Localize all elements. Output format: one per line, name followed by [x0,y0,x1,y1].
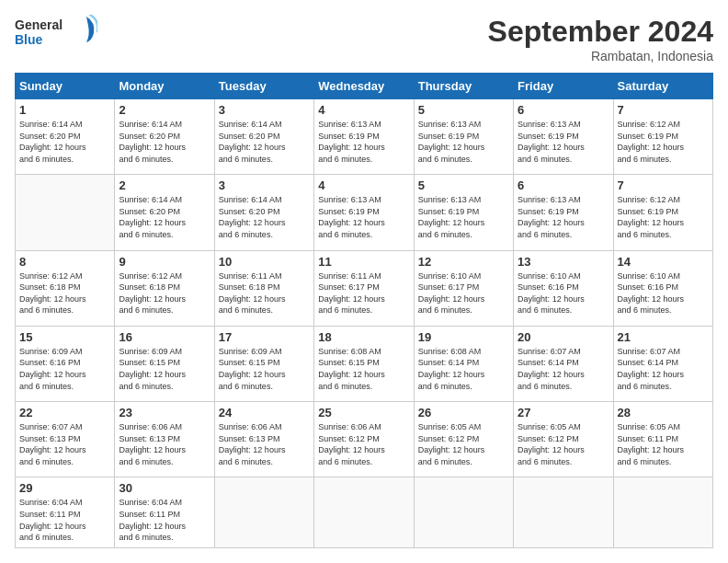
page: General Blue September 2024 Rambatan, In… [0,0,728,563]
day-number: 25 [318,406,409,419]
day-info: Sunrise: 6:14 AMSunset: 6:20 PMDaylight:… [19,120,86,164]
day-number: 6 [518,178,609,192]
col-friday: Friday [514,74,613,99]
calendar-cell: 4Sunrise: 6:13 AMSunset: 6:19 PMDaylight… [314,175,414,250]
day-info: Sunrise: 6:09 AMSunset: 6:16 PMDaylight:… [19,347,86,391]
calendar-cell: 18Sunrise: 6:08 AMSunset: 6:15 PMDayligh… [314,326,414,401]
calendar-cell [214,477,313,548]
day-number: 15 [19,330,110,344]
calendar-cell: 2Sunrise: 6:14 AMSunset: 6:20 PMDaylight… [115,99,214,175]
day-number: 24 [219,406,310,419]
day-info: Sunrise: 6:09 AMSunset: 6:15 PMDaylight:… [119,347,186,391]
calendar-cell: 10Sunrise: 6:11 AMSunset: 6:18 PMDayligh… [214,250,313,326]
day-info: Sunrise: 6:08 AMSunset: 6:15 PMDaylight:… [318,347,385,391]
day-number: 17 [219,330,310,344]
day-info: Sunrise: 6:09 AMSunset: 6:15 PMDaylight:… [219,347,286,391]
day-info: Sunrise: 6:06 AMSunset: 6:13 PMDaylight:… [219,422,286,466]
day-number: 9 [119,255,210,269]
day-number: 3 [219,178,310,192]
day-number: 12 [418,255,509,269]
calendar-cell: 15Sunrise: 6:09 AMSunset: 6:16 PMDayligh… [16,326,115,401]
calendar-cell: 28Sunrise: 6:05 AMSunset: 6:11 PMDayligh… [613,402,712,477]
calendar-cell: 30Sunrise: 6:04 AMSunset: 6:11 PMDayligh… [115,477,214,548]
day-number: 6 [518,103,609,117]
day-number: 8 [19,255,110,269]
day-info: Sunrise: 6:13 AMSunset: 6:19 PMDaylight:… [418,120,485,164]
day-info: Sunrise: 6:05 AMSunset: 6:11 PMDaylight:… [618,422,685,466]
day-info: Sunrise: 6:11 AMSunset: 6:18 PMDaylight:… [219,271,286,316]
calendar-cell [514,477,613,548]
calendar-cell: 29Sunrise: 6:04 AMSunset: 6:11 PMDayligh… [16,477,115,548]
week-row-4: 22Sunrise: 6:07 AMSunset: 6:13 PMDayligh… [16,402,713,477]
calendar-cell: 2Sunrise: 6:14 AMSunset: 6:20 PMDaylight… [115,175,214,250]
day-info: Sunrise: 6:13 AMSunset: 6:19 PMDaylight:… [318,120,385,164]
day-info: Sunrise: 6:12 AMSunset: 6:19 PMDaylight:… [618,120,685,164]
day-number: 20 [518,330,609,344]
day-info: Sunrise: 6:14 AMSunset: 6:20 PMDaylight:… [219,195,286,239]
calendar-cell: 27Sunrise: 6:05 AMSunset: 6:12 PMDayligh… [514,402,613,477]
col-wednesday: Wednesday [314,74,414,99]
header: General Blue September 2024 Rambatan, In… [15,15,713,63]
day-number: 5 [418,178,509,192]
calendar-cell: 21Sunrise: 6:07 AMSunset: 6:14 PMDayligh… [613,326,712,401]
day-info: Sunrise: 6:07 AMSunset: 6:13 PMDaylight:… [19,422,86,466]
day-number: 7 [618,103,709,117]
day-info: Sunrise: 6:13 AMSunset: 6:19 PMDaylight:… [418,195,485,239]
day-info: Sunrise: 6:12 AMSunset: 6:18 PMDaylight:… [119,271,186,316]
calendar-cell: 22Sunrise: 6:07 AMSunset: 6:13 PMDayligh… [16,402,115,477]
col-monday: Monday [115,74,214,99]
calendar-cell: 20Sunrise: 6:07 AMSunset: 6:14 PMDayligh… [514,326,613,401]
day-info: Sunrise: 6:12 AMSunset: 6:19 PMDaylight:… [618,195,685,239]
calendar-cell: 24Sunrise: 6:06 AMSunset: 6:13 PMDayligh… [214,402,313,477]
day-number: 7 [618,178,709,192]
day-number: 26 [418,406,509,419]
calendar-cell: 11Sunrise: 6:11 AMSunset: 6:17 PMDayligh… [314,250,414,326]
week-row-3: 15Sunrise: 6:09 AMSunset: 6:16 PMDayligh… [16,326,713,401]
day-info: Sunrise: 6:11 AMSunset: 6:17 PMDaylight:… [318,271,385,316]
header-row: Sunday Monday Tuesday Wednesday Thursday… [16,74,713,99]
calendar: Sunday Monday Tuesday Wednesday Thursday… [15,73,713,548]
day-info: Sunrise: 6:04 AMSunset: 6:11 PMDaylight:… [19,498,86,542]
week-row-1: 2Sunrise: 6:14 AMSunset: 6:20 PMDaylight… [16,175,713,250]
calendar-cell: 4Sunrise: 6:13 AMSunset: 6:19 PMDaylight… [314,99,414,175]
week-row-5: 29Sunrise: 6:04 AMSunset: 6:11 PMDayligh… [16,477,713,548]
day-info: Sunrise: 6:06 AMSunset: 6:12 PMDaylight:… [318,422,385,466]
day-info: Sunrise: 6:04 AMSunset: 6:11 PMDaylight:… [119,498,186,542]
day-number: 3 [219,103,310,117]
col-tuesday: Tuesday [214,74,313,99]
day-info: Sunrise: 6:14 AMSunset: 6:20 PMDaylight:… [219,120,286,164]
calendar-cell: 6Sunrise: 6:13 AMSunset: 6:19 PMDaylight… [514,99,613,175]
day-info: Sunrise: 6:13 AMSunset: 6:19 PMDaylight:… [318,195,385,239]
day-number: 14 [618,255,709,269]
calendar-cell: 19Sunrise: 6:08 AMSunset: 6:14 PMDayligh… [414,326,513,401]
calendar-cell: 6Sunrise: 6:13 AMSunset: 6:19 PMDaylight… [514,175,613,250]
calendar-cell: 5Sunrise: 6:13 AMSunset: 6:19 PMDaylight… [414,175,513,250]
calendar-cell: 12Sunrise: 6:10 AMSunset: 6:17 PMDayligh… [414,250,513,326]
calendar-cell: 26Sunrise: 6:05 AMSunset: 6:12 PMDayligh… [414,402,513,477]
calendar-cell [16,175,115,250]
day-number: 16 [119,330,210,344]
calendar-cell: 17Sunrise: 6:09 AMSunset: 6:15 PMDayligh… [214,326,313,401]
day-number: 23 [119,406,210,419]
title-area: September 2024 Rambatan, Indonesia [488,15,713,63]
day-info: Sunrise: 6:07 AMSunset: 6:14 PMDaylight:… [518,347,585,391]
day-number: 21 [618,330,709,344]
day-number: 27 [518,406,609,419]
calendar-cell: 1Sunrise: 6:14 AMSunset: 6:20 PMDaylight… [16,99,115,175]
logo: General Blue [15,15,97,52]
week-row-0: 1Sunrise: 6:14 AMSunset: 6:20 PMDaylight… [16,99,713,175]
calendar-cell: 25Sunrise: 6:06 AMSunset: 6:12 PMDayligh… [314,402,414,477]
day-number: 13 [518,255,609,269]
calendar-cell: 16Sunrise: 6:09 AMSunset: 6:15 PMDayligh… [115,326,214,401]
day-info: Sunrise: 6:10 AMSunset: 6:16 PMDaylight:… [518,271,585,316]
calendar-cell: 3Sunrise: 6:14 AMSunset: 6:20 PMDaylight… [214,175,313,250]
col-saturday: Saturday [613,74,712,99]
day-info: Sunrise: 6:06 AMSunset: 6:13 PMDaylight:… [119,422,186,466]
calendar-cell [613,477,712,548]
day-number: 11 [318,255,409,269]
day-number: 2 [119,103,210,117]
col-sunday: Sunday [16,74,115,99]
col-thursday: Thursday [414,74,513,99]
calendar-cell: 3Sunrise: 6:14 AMSunset: 6:20 PMDaylight… [214,99,313,175]
calendar-cell: 14Sunrise: 6:10 AMSunset: 6:16 PMDayligh… [613,250,712,326]
